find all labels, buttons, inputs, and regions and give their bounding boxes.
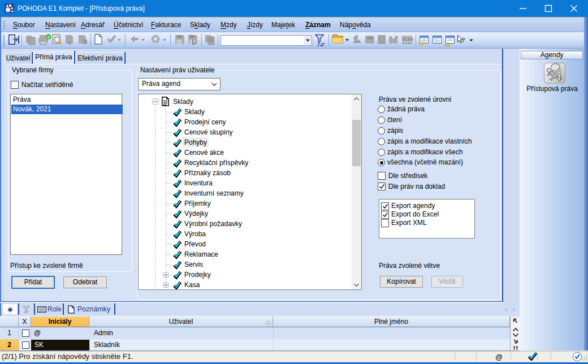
svg-text:?: ? bbox=[462, 36, 465, 44]
svg-text:ELAN: ELAN bbox=[403, 37, 413, 41]
